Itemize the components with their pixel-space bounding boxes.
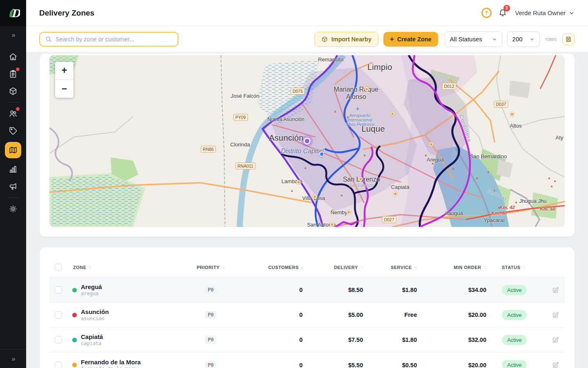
sidebar-divider <box>7 102 19 103</box>
row-checkbox-cell <box>49 361 69 368</box>
sidebar-item-orders[interactable] <box>0 65 26 83</box>
brand-d-leaf-icon: D <box>6 6 20 20</box>
gear-icon <box>9 204 18 213</box>
zone-cell: Areguáaregua <box>69 283 184 296</box>
customers-value: 0 <box>237 337 303 343</box>
column-header-priority[interactable]: PRIORITY↑↓ <box>184 265 237 270</box>
chevrons-right-icon: » <box>11 355 14 363</box>
sidebar-expand-button[interactable]: » <box>0 26 26 44</box>
sidebar-item-analytics[interactable] <box>0 161 26 178</box>
row-checkbox[interactable] <box>55 361 62 368</box>
column-header-customers[interactable]: CUSTOMERS↓ <box>237 265 303 270</box>
page-size-select[interactable]: 200 <box>507 31 540 47</box>
home-icon <box>9 52 18 61</box>
import-nearby-button[interactable]: Import Nearby <box>314 32 378 47</box>
edit-zone-button[interactable] <box>552 287 559 294</box>
sidebar-collapse-button[interactable]: » <box>0 349 26 368</box>
plus-icon: + <box>390 36 394 43</box>
row-checkbox[interactable] <box>55 286 62 294</box>
row-checkbox-cell <box>49 336 69 343</box>
tag-icon <box>9 126 18 135</box>
question-mark-icon: ? <box>485 10 488 16</box>
search-icon <box>45 36 52 43</box>
page-title: Delivery Zones <box>39 9 94 18</box>
sidebar-item-delivery-zones[interactable] <box>0 139 26 161</box>
service-value: Free <box>363 312 417 318</box>
table-row[interactable]: AreguáareguaP00$8.50$1.80$34.00Active <box>49 278 565 303</box>
save-floppy-icon <box>565 36 572 43</box>
sidebar-item-tags[interactable] <box>0 122 26 139</box>
select-all-checkbox[interactable] <box>55 264 62 271</box>
sidebar-item-announcements[interactable] <box>0 178 26 195</box>
edit-pencil-icon <box>552 361 559 368</box>
zone-slug: capiata <box>81 341 103 346</box>
search-box[interactable] <box>39 32 178 47</box>
user-menu[interactable]: Verde Ruta Owner <box>515 9 575 16</box>
create-zone-button[interactable]: + Create Zone <box>383 32 438 47</box>
sort-both-icon: ↑↓ <box>360 265 363 269</box>
table-row[interactable]: AsunciónasuncionP00$5.00Free$20.00Active <box>49 303 565 328</box>
delivery-value: $7.50 <box>303 337 363 343</box>
column-header-zone[interactable]: ZONE↑↓ <box>69 265 184 270</box>
page-size-value: 200 <box>512 36 526 43</box>
chevron-down-icon <box>569 10 575 16</box>
actions-cell <box>547 312 565 319</box>
sidebar-item-products[interactable] <box>0 83 26 100</box>
app-logo[interactable]: D <box>0 0 26 26</box>
bar-chart-icon <box>9 165 18 174</box>
edit-zone-button[interactable] <box>552 312 559 319</box>
service-value: $1.80 <box>363 337 417 343</box>
zones-table-body: AreguáareguaP00$8.50$1.80$34.00ActiveAsu… <box>49 278 565 368</box>
table-row[interactable]: CapiatácapiataP00$7.50$1.80$32.00Active <box>49 328 565 352</box>
column-label: SERVICE <box>391 265 412 270</box>
column-header-delivery[interactable]: DELIVERY↑↓ <box>303 265 363 270</box>
orders-clipboard-icon <box>9 70 18 79</box>
table-header-row: ZONE↑↓PRIORITY↑↓CUSTOMERS↓DELIVERY↑↓SERV… <box>49 257 565 278</box>
notification-dot <box>16 107 20 111</box>
zone-cell: Capiatácapiata <box>69 333 184 346</box>
status-cell: Active <box>486 310 547 320</box>
delivery-value: $5.50 <box>303 362 363 368</box>
sidebar-item-home[interactable] <box>0 48 26 65</box>
edit-pencil-icon <box>552 337 559 343</box>
priority-cell: P0 <box>184 361 237 368</box>
zoom-out-button[interactable]: − <box>55 80 74 98</box>
zoom-in-button[interactable]: + <box>55 62 74 80</box>
row-checkbox-cell <box>49 311 69 319</box>
notifications-button[interactable]: 3 <box>498 8 507 18</box>
min-order-value: $32.00 <box>417 337 486 343</box>
customers-icon <box>9 109 18 118</box>
sidebar-item-customers[interactable] <box>0 105 26 122</box>
save-view-button[interactable] <box>562 33 575 45</box>
megaphone-icon <box>9 182 18 191</box>
search-input[interactable] <box>56 36 173 43</box>
row-checkbox[interactable] <box>55 336 62 343</box>
sort-both-icon: ↑↓ <box>522 265 526 269</box>
column-header-service[interactable]: SERVICE↑↓ <box>363 265 417 270</box>
sidebar-item-settings[interactable] <box>0 200 26 218</box>
zone-color-dot <box>72 363 77 367</box>
status-badge: Active <box>502 360 527 368</box>
help-button[interactable]: ? <box>481 8 492 18</box>
chevron-down-icon <box>530 37 535 42</box>
map-canvas[interactable]: RemansitoLimpioMariano RoqueAlonsoJosé F… <box>49 55 565 227</box>
column-header-status[interactable]: STATUS↑↓ <box>486 265 547 270</box>
row-checkbox[interactable] <box>55 311 62 319</box>
actions-cell <box>547 287 565 294</box>
priority-badge: P0 <box>205 336 216 344</box>
zone-cell: Fernando de la Morafernando-de-la-mora <box>69 359 184 368</box>
sidebar-nav <box>0 48 26 218</box>
edit-zone-button[interactable] <box>552 361 559 368</box>
map-card: RemansitoLimpioMariano RoqueAlonsoJosé F… <box>40 54 575 237</box>
column-header-min-order[interactable]: MIN ORDER↑↓ <box>417 265 486 270</box>
map-zoom-control: + − <box>55 62 74 98</box>
table-row[interactable]: Fernando de la Morafernando-de-la-moraP0… <box>49 352 565 368</box>
zone-name: Asunción <box>81 308 109 315</box>
status-filter-select[interactable]: All Statuses <box>445 31 502 47</box>
priority-cell: P0 <box>184 336 237 344</box>
edit-zone-button[interactable] <box>552 337 559 343</box>
top-header: Delivery Zones ? 3 Verde Ruta Owner <box>26 0 588 26</box>
actions-cell <box>547 337 565 343</box>
service-value: $1.80 <box>363 287 417 293</box>
basemap-graphic <box>49 55 565 227</box>
